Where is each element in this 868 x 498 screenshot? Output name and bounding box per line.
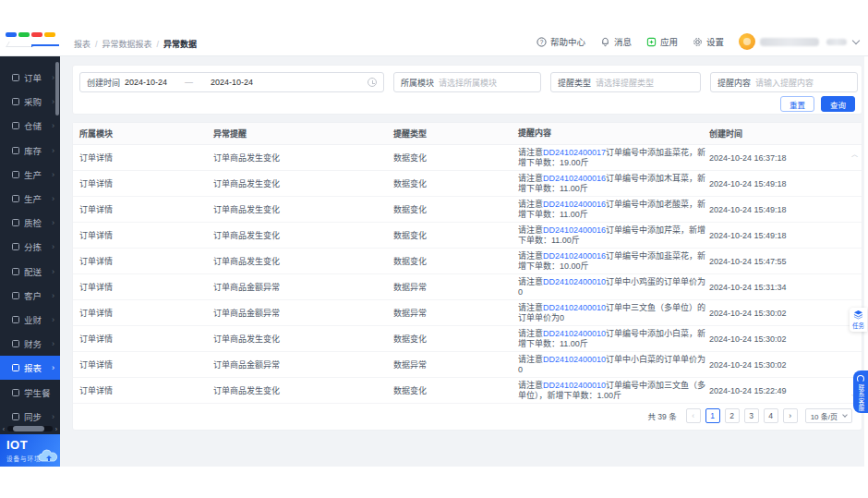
cell-module: 订单详情: [79, 203, 213, 215]
page-button-4[interactable]: 4: [764, 408, 778, 423]
scroll-left-arrow[interactable]: ‹: [0, 426, 7, 432]
prev-page-button[interactable]: ‹: [686, 408, 701, 423]
sidebar-item-student-meal[interactable]: 学生餐 ›: [0, 380, 60, 404]
order-number-link[interactable]: DD24102400016: [543, 225, 606, 235]
table-row[interactable]: 订单详情 订单商品金额异常 数据异常 请注意DD24102400010订单中小鸡…: [73, 274, 862, 300]
help-center-button[interactable]: ? 帮助中心: [536, 35, 585, 48]
table-row[interactable]: 订单详情 订单商品发生变化 数据变化 请注意DD24102400016订单编号中…: [73, 223, 862, 249]
cell-content: 请注意DD24102400010订单中小白菜的订单单价为0: [518, 355, 709, 375]
brand-logo[interactable]: [6, 32, 59, 53]
scrollbar-track[interactable]: [7, 426, 53, 431]
sidebar-item-label: 报表: [24, 361, 42, 374]
search-button[interactable]: 查询: [821, 96, 855, 112]
table-header: 所属模块 异常提醒 提醒类型 提醒内容 创建时间: [73, 123, 862, 145]
date-end-value: 2024-10-24: [211, 78, 253, 87]
table-row[interactable]: 订单详情 订单商品发生变化 数据变化 请注意DD24102400017订单编号中…: [73, 145, 862, 171]
purchase-icon: [12, 98, 19, 105]
page-buttons: 1234: [705, 408, 778, 423]
order-number-link[interactable]: DD24102400016: [543, 200, 606, 209]
content-prefix: 请注意: [518, 303, 543, 312]
iot-banner[interactable]: IOT 设备与环境: [0, 434, 60, 467]
sidebar-item-production-2[interactable]: 生产 ›: [0, 187, 60, 211]
sidebar-item-orders[interactable]: 订单 ›: [0, 66, 60, 90]
sidebar-item-finance[interactable]: 财务 ›: [0, 332, 60, 356]
scroll-up-icon[interactable]: ︿: [851, 149, 858, 158]
sidebar-item-business-finance[interactable]: 业财 ›: [0, 308, 60, 332]
cell-time: 2024-10-24 15:22:49: [709, 386, 838, 395]
messages-button[interactable]: 消息: [600, 35, 632, 48]
sidebar-item-purchase[interactable]: 采购 ›: [0, 90, 60, 114]
sidebar-item-label: 生产: [24, 168, 42, 181]
page-button-1[interactable]: 1: [705, 408, 720, 423]
page-button-2[interactable]: 2: [725, 408, 740, 423]
filter-panel: 创建时间 2024-10-24 — 2024-10-24 所属模块 请选择所属模…: [72, 65, 862, 115]
order-number-link[interactable]: DD24102400010: [543, 381, 606, 390]
table-row[interactable]: 订单详情 订单商品发生变化 数据变化 请注意DD24102400016订单编号中…: [73, 197, 862, 223]
business-finance-icon: [12, 316, 19, 323]
sidebar-item-sorting[interactable]: 分拣 ›: [0, 235, 60, 259]
sidebar-item-delivery[interactable]: 配送 ›: [0, 260, 60, 284]
content-prefix: 请注意: [518, 251, 543, 261]
logo-decor-underline: [31, 44, 59, 47]
order-number-link[interactable]: DD24102400010: [543, 303, 606, 312]
column-alert: 异常提醒: [213, 128, 393, 140]
cell-alert: 订单商品发生变化: [213, 255, 393, 267]
iot-title: IOT: [6, 438, 28, 452]
order-number-link[interactable]: DD24102400010: [543, 355, 606, 364]
content-prefix: 请注意: [518, 277, 543, 286]
pagination-total: 共 39 条: [647, 410, 676, 421]
page-size-select[interactable]: 10 条/页: [805, 408, 852, 423]
sidebar-vertical-scrollbar[interactable]: [55, 62, 59, 115]
order-number-link[interactable]: DD24102400010: [543, 329, 606, 338]
tasks-widget[interactable]: 任务: [850, 308, 867, 332]
sidebar-item-customers[interactable]: 客户 ›: [0, 284, 60, 308]
pagination: 共 39 条 ‹ 1234 › 10 条/页: [647, 408, 852, 423]
sidebar-item-production-1[interactable]: 生产 ›: [0, 163, 60, 187]
apps-button[interactable]: 应用: [646, 35, 678, 48]
filter-buttons: 重置 查询: [780, 96, 855, 112]
breadcrumb-current: 异常数据: [163, 38, 197, 50]
cell-type: 数据变化: [393, 384, 518, 396]
sidebar-item-warehouse[interactable]: 仓储 ›: [0, 114, 60, 138]
table-row[interactable]: 订单详情 订单商品发生变化 数据变化 请注意DD24102400010订单编号中…: [73, 378, 862, 404]
module-select[interactable]: 所属模块 请选择所属模块: [393, 72, 541, 92]
finance-icon: [12, 340, 19, 347]
order-number-link[interactable]: DD24102400017: [543, 148, 606, 157]
alert-content-input[interactable]: 提醒内容 请输入提醒内容: [710, 72, 858, 92]
order-number-link[interactable]: DD24102400016: [543, 251, 606, 261]
order-number-link[interactable]: DD24102400010: [543, 277, 606, 286]
table-row[interactable]: 订单详情 订单商品发生变化 数据变化 请注意DD24102400016订单编号中…: [73, 171, 862, 197]
user-menu[interactable]: [739, 33, 859, 50]
breadcrumb-item-reports[interactable]: 报表: [74, 38, 90, 50]
table-row[interactable]: 订单详情 订单商品发生变化 数据变化 请注意DD24102400010订单编号中…: [73, 326, 862, 352]
alert-type-select[interactable]: 提醒类型 请选择提醒类型: [550, 72, 701, 92]
table-row[interactable]: 订单详情 订单商品发生变化 数据变化 请注意DD24102400016订单编号中…: [73, 249, 862, 274]
settings-button[interactable]: 设置: [693, 35, 724, 48]
breadcrumb-item-abnormal-report[interactable]: 异常数据报表: [102, 38, 152, 50]
customer-icon: [12, 292, 19, 299]
scroll-right-arrow[interactable]: ›: [53, 426, 60, 432]
cell-content: 请注意DD24102400016订单编号中添加老酸菜，新增下单数：11.00斤: [518, 200, 709, 220]
scrollbar-thumb[interactable]: [13, 426, 44, 431]
chevron-right-icon: ›: [52, 412, 54, 421]
sidebar-item-reports[interactable]: 报表 ›: [0, 356, 60, 380]
order-number-link[interactable]: DD24102400016: [543, 174, 606, 183]
sidebar-item-quality[interactable]: 质检 ›: [0, 211, 60, 235]
cell-alert: 订单商品发生变化: [213, 152, 393, 164]
date-range-input[interactable]: 创建时间 2024-10-24 — 2024-10-24: [79, 72, 384, 92]
breadcrumb: 报表 / 异常数据报表 / 异常数据: [74, 38, 197, 50]
support-widget[interactable]: 联系客服: [853, 370, 868, 413]
cell-type: 数据变化: [393, 203, 518, 215]
layers-icon: [853, 310, 863, 320]
page-button-3[interactable]: 3: [744, 408, 759, 423]
reset-button[interactable]: 重置: [780, 96, 814, 112]
sidebar-item-label: 质检: [24, 216, 42, 229]
clock-icon[interactable]: [368, 78, 377, 87]
table-row[interactable]: 订单详情 订单商品金额异常 数据异常 请注意DD24102400010订单中三文…: [73, 300, 862, 326]
table-row[interactable]: 订单详情 订单商品金额异常 数据异常 请注意DD24102400010订单中小白…: [73, 352, 862, 378]
chevron-down-icon: [852, 36, 860, 43]
chevron-right-icon: ›: [52, 242, 54, 251]
chevron-right-icon: ›: [52, 194, 54, 203]
next-page-button[interactable]: ›: [783, 408, 798, 423]
sidebar-item-inventory[interactable]: 库存 ›: [0, 139, 60, 163]
